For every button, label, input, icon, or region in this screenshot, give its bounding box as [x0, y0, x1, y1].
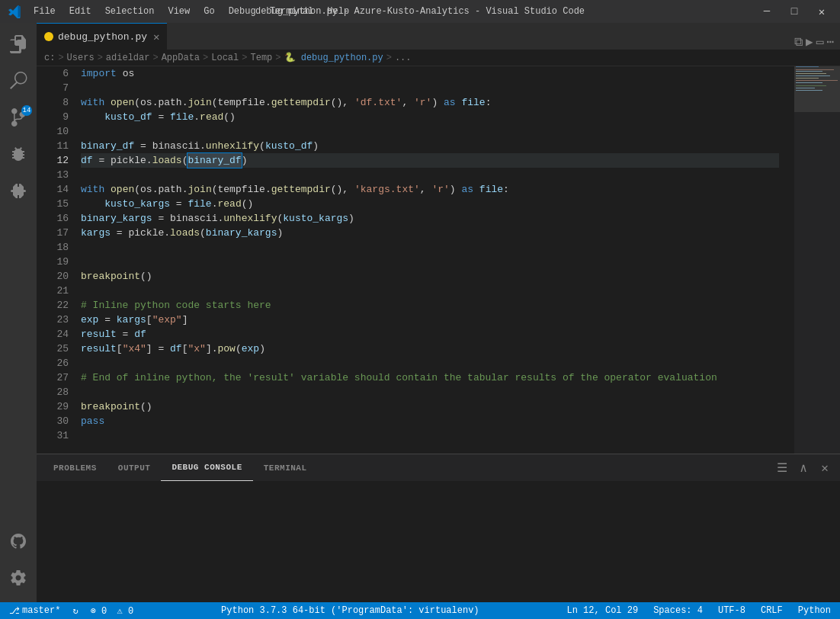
split-editor-button[interactable]: ⧉ — [794, 35, 803, 50]
status-sync[interactable]: ↻ — [69, 602, 81, 619]
activity-icon-github[interactable] — [0, 523, 37, 560]
line-num-14: 14 — [37, 182, 69, 197]
source-control-badge: 14 — [21, 105, 32, 116]
line-num-10: 10 — [37, 124, 69, 139]
activity-bottom — [0, 523, 37, 602]
title-bar: File Edit Selection View Go Debug Termin… — [0, 0, 840, 23]
line-num-8: 8 — [37, 95, 69, 110]
panel-actions: ☰ ∧ ✕ — [773, 459, 834, 477]
breadcrumb: c: > Users > adieldar > AppData > Local … — [37, 50, 840, 66]
editor-area: debug_python.py ✕ ⧉ ▶ ▭ ⋯ c: > Users > a… — [37, 23, 840, 602]
activity-icon-explorer[interactable] — [0, 26, 37, 63]
code-line-17: kargs = pickle.loads(binary_kargs) — [81, 226, 779, 240]
menu-view[interactable]: View — [162, 5, 196, 18]
spaces-text: Spaces: 4 — [653, 605, 703, 616]
code-line-24: result = df — [81, 327, 779, 342]
status-python[interactable]: Python 3.7.3 64-bit ('ProgramData': virt… — [218, 602, 482, 619]
warnings-text — [109, 605, 114, 616]
status-branch[interactable]: ⎇ master* — [6, 602, 63, 619]
code-line-31 — [81, 428, 779, 443]
breadcrumb-users[interactable]: Users — [67, 53, 95, 63]
maximize-button[interactable]: □ — [784, 3, 805, 20]
minimap-highlight — [794, 66, 840, 112]
errors-text: ⊗ 0 — [91, 605, 107, 617]
breadcrumb-ellipsis[interactable]: ... — [395, 53, 412, 63]
status-encoding[interactable]: UTF-8 — [715, 602, 749, 619]
breadcrumb-appdata[interactable]: AppData — [162, 53, 200, 63]
line-num-24: 24 — [37, 327, 69, 342]
breadcrumb-file[interactable]: 🐍 debug_python.py — [284, 52, 383, 63]
line-num-20: 20 — [37, 269, 69, 284]
code-line-9: kusto_df = file.read() — [81, 110, 779, 124]
menu-edit[interactable]: Edit — [63, 5, 98, 18]
more-actions-button[interactable]: ⋯ — [826, 34, 834, 50]
status-spaces[interactable]: Spaces: 4 — [650, 602, 706, 619]
code-content[interactable]: import os with open(os.path.join(tempfil… — [75, 66, 779, 454]
language-text: Python — [798, 605, 831, 616]
line-num-17: 17 — [37, 226, 69, 240]
activity-icon-debug[interactable] — [0, 136, 37, 172]
menu-selection[interactable]: Selection — [99, 5, 161, 18]
ln-col-text: Ln 12, Col 29 — [567, 605, 639, 616]
panel-tab-terminal[interactable]: TERMINAL — [253, 454, 318, 481]
line-num-29: 29 — [37, 399, 69, 414]
toggle-panel-button[interactable]: ▭ — [816, 34, 824, 50]
status-language[interactable]: Python — [795, 602, 834, 619]
file-type-icon — [44, 32, 53, 41]
tab-close-button[interactable]: ✕ — [153, 30, 159, 43]
close-button[interactable]: ✕ — [811, 3, 832, 20]
code-line-26 — [81, 356, 779, 370]
code-line-22: # Inline python code starts here — [81, 298, 779, 313]
line-num-18: 18 — [37, 240, 69, 255]
panel-content[interactable] — [37, 481, 840, 602]
code-line-27: # End of inline python, the 'result' var… — [81, 370, 779, 385]
line-num-11: 11 — [37, 139, 69, 153]
panel-tabs: PROBLEMS OUTPUT DEBUG CONSOLE TERMINAL ☰… — [37, 454, 840, 481]
panel-tabs-left: PROBLEMS OUTPUT DEBUG CONSOLE TERMINAL — [43, 454, 318, 481]
bottom-panel: PROBLEMS OUTPUT DEBUG CONSOLE TERMINAL ☰… — [37, 454, 840, 602]
activity-icon-settings[interactable] — [0, 560, 37, 596]
panel-tab-problems[interactable]: PROBLEMS — [43, 454, 107, 481]
code-line-29: breakpoint() — [81, 399, 779, 414]
code-line-11: binary_df = binascii.unhexlify(kusto_df) — [81, 139, 779, 153]
code-line-19 — [81, 255, 779, 269]
status-line-ending[interactable]: CRLF — [758, 602, 786, 619]
editor-tab[interactable]: debug_python.py ✕ — [37, 23, 167, 50]
run-button[interactable]: ▶ — [806, 34, 813, 50]
status-errors[interactable]: ⊗ 0 ⚠ 0 — [88, 602, 136, 619]
vscode-logo-icon — [8, 5, 21, 18]
code-line-30: pass — [81, 414, 779, 428]
line-num-13: 13 — [37, 168, 69, 182]
code-line-12: df = pickle.loads(binary_df) — [81, 153, 779, 168]
panel-tab-output[interactable]: OUTPUT — [107, 454, 162, 481]
status-bar-right: Ln 12, Col 29 Spaces: 4 UTF-8 CRLF Pytho… — [564, 602, 834, 619]
tab-bar: debug_python.py ✕ ⧉ ▶ ▭ ⋯ — [37, 23, 840, 50]
branch-name: master* — [22, 605, 60, 616]
minimize-button[interactable]: ─ — [756, 3, 777, 20]
code-line-20: breakpoint() — [81, 269, 779, 284]
code-line-14: with open(os.path.join(tempfile.gettempd… — [81, 182, 779, 197]
python-version: Python 3.7.3 64-bit ('ProgramData': virt… — [221, 605, 479, 616]
status-ln-col[interactable]: Ln 12, Col 29 — [564, 602, 642, 619]
line-num-27: 27 — [37, 370, 69, 385]
minimap — [779, 66, 840, 454]
menu-file[interactable]: File — [27, 5, 62, 18]
panel-filter-button[interactable]: ☰ — [773, 459, 791, 477]
activity-icon-search[interactable] — [0, 63, 37, 99]
panel-close-button[interactable]: ✕ — [816, 459, 834, 477]
breadcrumb-temp[interactable]: Temp — [250, 53, 272, 63]
line-num-25: 25 — [37, 342, 69, 356]
breadcrumb-adieldar[interactable]: adieldar — [106, 53, 150, 63]
breadcrumb-c[interactable]: c: — [44, 53, 55, 63]
menu-go[interactable]: Go — [197, 5, 220, 18]
line-num-19: 19 — [37, 255, 69, 269]
panel-tab-debug-console[interactable]: DEBUG CONSOLE — [161, 454, 252, 481]
activity-icon-extensions[interactable] — [0, 172, 37, 209]
activity-icon-source-control[interactable]: 14 — [0, 99, 37, 136]
warnings-val: ⚠ 0 — [117, 605, 134, 617]
line-num-22: 22 — [37, 298, 69, 313]
encoding-text: UTF-8 — [718, 605, 745, 616]
window-title: debug_python.py - Azure-Kusto-Analytics … — [255, 6, 585, 17]
breadcrumb-local[interactable]: Local — [211, 53, 239, 63]
panel-scroll-up-button[interactable]: ∧ — [794, 459, 813, 477]
